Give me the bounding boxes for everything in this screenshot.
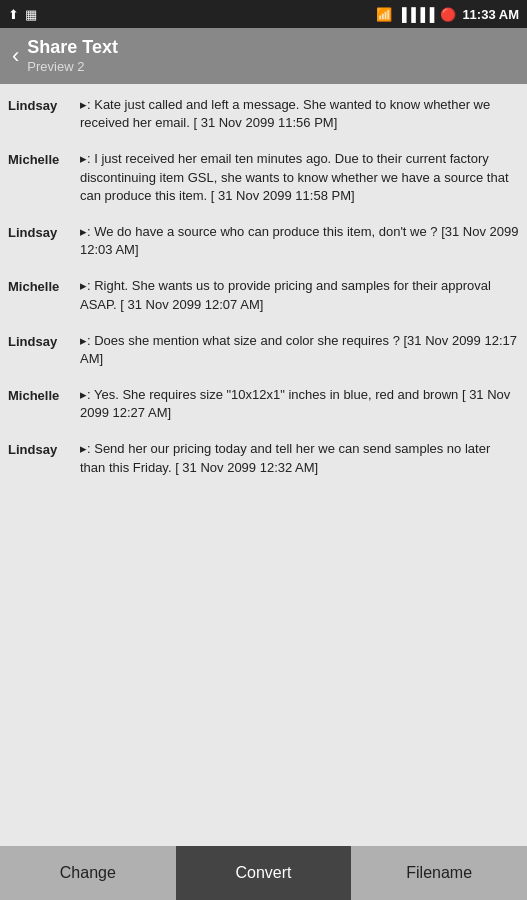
change-button[interactable]: Change <box>0 846 176 900</box>
sender-name: Lindsay <box>8 223 80 240</box>
message-list: Lindsay▸: Kate just called and left a me… <box>0 84 527 846</box>
convert-button[interactable]: Convert <box>176 846 352 900</box>
message-text: ▸: Send her our pricing today and tell h… <box>80 440 519 476</box>
sender-name: Michelle <box>8 150 80 167</box>
status-bar: ⬆ ▦ 📶 ▐▐▐▐ 🔴 11:33 AM <box>0 0 527 28</box>
sender-name: Lindsay <box>8 332 80 349</box>
wifi-icon: 📶 <box>376 7 392 22</box>
sender-name: Michelle <box>8 277 80 294</box>
usb-icon: ⬆ <box>8 7 19 22</box>
list-item: Lindsay▸: Does she mention what size and… <box>8 332 519 368</box>
page-title: Share Text <box>27 37 118 59</box>
list-item: Lindsay▸: Send her our pricing today and… <box>8 440 519 476</box>
sim-icon: ▦ <box>25 7 37 22</box>
battery-icon: 🔴 <box>440 7 456 22</box>
sender-name: Michelle <box>8 386 80 403</box>
list-item: Michelle▸: Yes. She requires size "10x12… <box>8 386 519 422</box>
header: ‹ Share Text Preview 2 <box>0 28 527 84</box>
sender-name: Lindsay <box>8 440 80 457</box>
filename-button[interactable]: Filename <box>351 846 527 900</box>
message-text: ▸: I just received her email ten minutes… <box>80 150 519 205</box>
list-item: Michelle▸: I just received her email ten… <box>8 150 519 205</box>
sender-name: Lindsay <box>8 96 80 113</box>
list-item: Lindsay▸: We do have a source who can pr… <box>8 223 519 259</box>
page-subtitle: Preview 2 <box>27 59 118 75</box>
message-text: ▸: Does she mention what size and color … <box>80 332 519 368</box>
message-text: ▸: Right. She wants us to provide pricin… <box>80 277 519 313</box>
message-text: ▸: Kate just called and left a message. … <box>80 96 519 132</box>
bottom-toolbar: Change Convert Filename <box>0 846 527 900</box>
back-button[interactable]: ‹ <box>12 43 19 69</box>
clock: 11:33 AM <box>462 7 519 22</box>
message-text: ▸: Yes. She requires size "10x12x1" inch… <box>80 386 519 422</box>
signal-icon: ▐▐▐▐ <box>398 7 435 22</box>
list-item: Michelle▸: Right. She wants us to provid… <box>8 277 519 313</box>
message-text: ▸: We do have a source who can produce t… <box>80 223 519 259</box>
list-item: Lindsay▸: Kate just called and left a me… <box>8 96 519 132</box>
